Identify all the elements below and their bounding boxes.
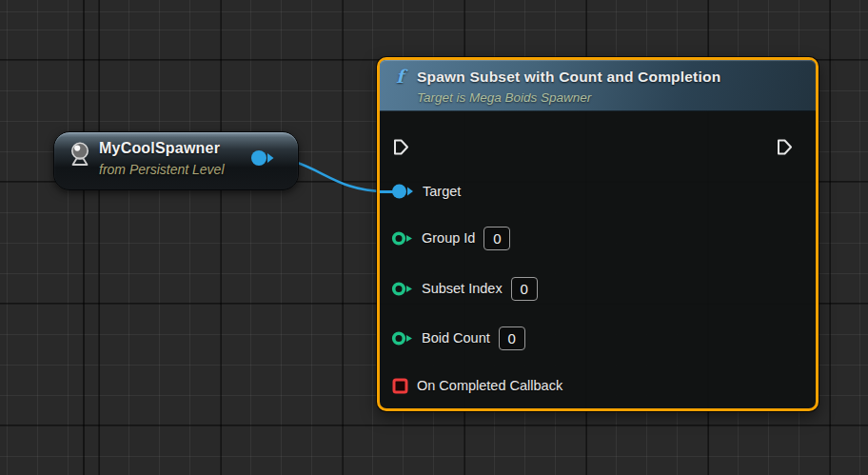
object-output-pin[interactable] [250,149,275,170]
pin-row-on-completed-callback[interactable]: On Completed Callback [392,372,562,399]
pin-label-target: Target [423,184,461,199]
variable-node-title: MyCoolSpawner [99,140,220,157]
pin-row-boid-count[interactable]: Boid Count [391,325,525,351]
exec-arrow-icon [777,138,793,156]
subset-index-input[interactable] [511,277,538,301]
pin-label-on-completed-callback: On Completed Callback [417,378,562,393]
delegate-pin-icon [392,378,408,394]
function-node-subtitle: Target is Mega Boids Spawner [417,90,591,105]
pin-row-group-id[interactable]: Group Id [391,225,510,251]
group-id-input[interactable] [483,227,510,250]
pin-label-subset-index: Subset Index [422,281,503,296]
pin-label-group-id: Group Id [422,230,475,246]
blueprint-graph-canvas[interactable]: MyCoolSpawner from Persistent Level f Sp… [0,0,868,475]
actor-camera-icon [67,141,93,171]
function-f-icon: f [396,66,404,87]
pin-row-subset-index[interactable]: Subset Index [391,275,538,302]
exec-arrow-icon [393,138,409,156]
boid-count-input[interactable] [499,327,525,350]
pin-label-boid-count: Boid Count [422,330,490,346]
node-spawn-subset-with-count-and-completion[interactable]: f Spawn Subset with Count and Completion… [377,57,819,411]
int-pin-icon [391,230,413,247]
variable-node-subtitle: from Persistent Level [99,162,225,177]
function-node-title: Spawn Subset with Count and Completion [417,69,720,86]
int-pin-icon [391,281,413,297]
pin-row-target[interactable]: Target [391,178,461,205]
node-mycoolspawner[interactable]: MyCoolSpawner from Persistent Level [53,131,299,190]
function-node-header[interactable]: f Spawn Subset with Count and Completion… [380,60,816,111]
int-pin-icon [391,330,413,346]
exec-input-pin[interactable] [393,133,409,160]
object-pin-icon [391,183,414,200]
exec-output-pin[interactable] [777,133,793,160]
